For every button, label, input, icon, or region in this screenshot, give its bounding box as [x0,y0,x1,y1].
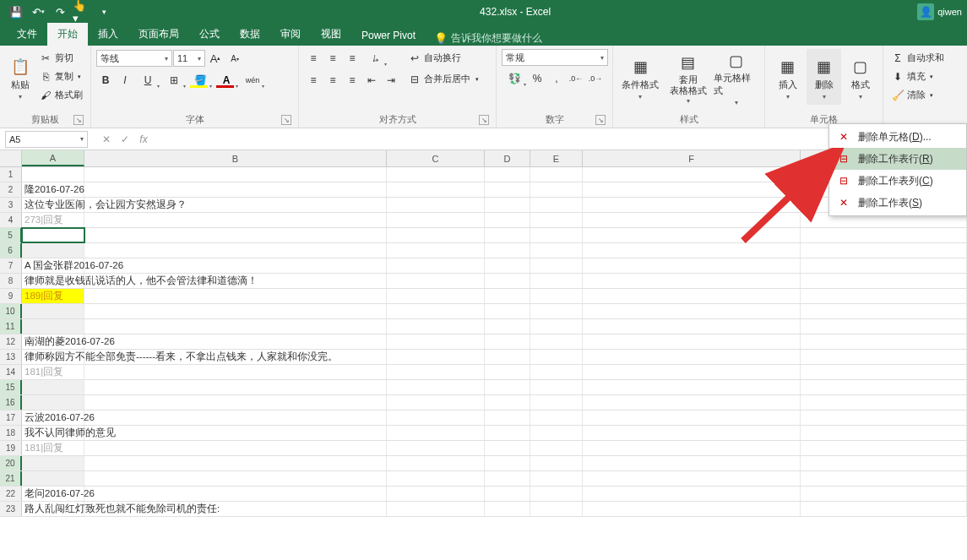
cell[interactable] [530,167,583,182]
number-format-combo[interactable]: 常规▾ [502,49,608,66]
cell[interactable] [530,456,583,470]
orientation-icon[interactable]: ⭞▾ [362,49,388,68]
cell[interactable] [530,365,583,379]
cut-button[interactable]: ✂剪切 [36,49,85,67]
row-header[interactable]: 16 [0,395,22,410]
cell[interactable] [530,334,583,349]
cell[interactable]: 这位专业医闹，会让园方安然退身？ [22,198,84,212]
cell[interactable]: 路人乱闯红灯致死也就不能免除司机的责任: [22,502,84,516]
name-box[interactable]: A5▾ [5,131,88,148]
cell[interactable] [583,502,801,516]
cell[interactable] [387,395,485,410]
cell[interactable] [485,365,530,379]
tab-view[interactable]: 视图 [311,23,351,46]
cell[interactable] [485,274,530,288]
cell[interactable]: 273|回复 [22,213,84,227]
copy-button[interactable]: ⎘复制▾ [36,68,85,85]
menu-delete-sheet[interactable]: ✕ 删除工作表(S) [829,192,966,214]
cell[interactable] [583,228,801,242]
cell[interactable] [530,243,583,258]
menu-delete-cells[interactable]: ✕ 删除单元格(D)... [829,126,966,148]
cell[interactable] [801,426,967,440]
cell[interactable] [485,243,530,258]
cell[interactable] [801,289,967,303]
align-middle-icon[interactable]: ≡ [323,49,342,68]
paste-button[interactable]: 📋 粘贴 ▾ [5,49,35,105]
clipboard-launcher[interactable]: ↘ [73,115,84,125]
tab-data[interactable]: 数据 [230,23,270,46]
fx-icon[interactable]: fx [135,131,152,148]
italic-icon[interactable]: I [116,71,134,90]
cell[interactable]: 老问2016-07-26 [22,487,84,501]
cell[interactable] [583,380,801,394]
cell[interactable] [387,243,485,258]
cell[interactable] [485,456,530,470]
cell[interactable] [530,198,583,212]
cell[interactable] [485,258,530,273]
cell[interactable] [84,471,387,486]
cell[interactable] [84,167,387,182]
col-header-F[interactable]: F [583,150,801,166]
cell[interactable] [801,410,967,425]
cell[interactable] [84,502,387,516]
cell[interactable] [583,198,801,212]
format-cells-button[interactable]: ▢ 格式▾ [843,49,877,105]
font-launcher[interactable]: ↘ [281,115,291,125]
cell[interactable] [84,426,387,440]
col-header-C[interactable]: C [387,150,485,166]
cell[interactable] [22,243,84,258]
cell[interactable]: 南湖的菱2016-07-26 [22,334,84,349]
conditional-format-button[interactable]: ▦ 条件格式▾ [618,49,662,105]
cell[interactable] [84,441,387,455]
cell[interactable] [485,304,530,318]
align-top-icon[interactable]: ≡ [304,49,323,68]
cell[interactable] [22,395,84,410]
tab-file[interactable]: 文件 [7,23,47,46]
cell[interactable]: 律师就是收钱乱说话的人，他不会管法律和道德滴！ [22,274,84,288]
qat-redo[interactable]: ↷ [51,3,69,21]
cell[interactable] [387,441,485,455]
cell[interactable] [583,365,801,379]
cell[interactable] [801,502,967,516]
cell[interactable] [485,213,530,227]
qat-save[interactable]: 💾 [7,3,25,21]
cell[interactable] [801,228,967,242]
cell[interactable] [387,426,485,440]
cell[interactable] [84,182,387,197]
row-header[interactable]: 17 [0,410,22,425]
bold-icon[interactable]: B [96,71,115,90]
cell[interactable] [801,350,967,364]
cell[interactable] [583,274,801,288]
cell[interactable] [801,365,967,379]
wrap-text-button[interactable]: ↩自动换行 [405,49,481,67]
cell[interactable] [583,243,801,258]
cell[interactable]: 181|回复 [22,441,84,455]
tab-power-pivot[interactable]: Power Pivot [351,25,426,46]
cell[interactable] [583,167,801,182]
cell[interactable] [583,289,801,303]
cell[interactable] [583,410,801,425]
row-header[interactable]: 8 [0,274,22,288]
row-header[interactable]: 7 [0,258,22,273]
cell[interactable] [387,456,485,470]
cell[interactable] [22,228,84,242]
cell[interactable] [530,380,583,394]
cell[interactable] [530,274,583,288]
cell[interactable] [583,304,801,318]
cell[interactable] [84,395,387,410]
cell[interactable] [387,274,485,288]
row-header[interactable]: 2 [0,182,22,197]
cell[interactable] [530,228,583,242]
cell[interactable] [530,258,583,273]
cell[interactable] [22,456,84,470]
cell[interactable] [387,198,485,212]
format-painter-button[interactable]: 🖌格式刷 [36,86,85,104]
cell[interactable] [801,243,967,258]
increase-decimal-icon[interactable]: .0← [567,69,585,88]
cell[interactable] [530,441,583,455]
table-format-button[interactable]: ▤ 套用表格格式▾ [664,49,711,105]
row-header[interactable]: 4 [0,213,22,227]
align-center-icon[interactable]: ≡ [323,71,342,90]
tell-me-search[interactable]: 💡 告诉我你想要做什么 [426,31,551,46]
cell[interactable] [84,289,387,303]
